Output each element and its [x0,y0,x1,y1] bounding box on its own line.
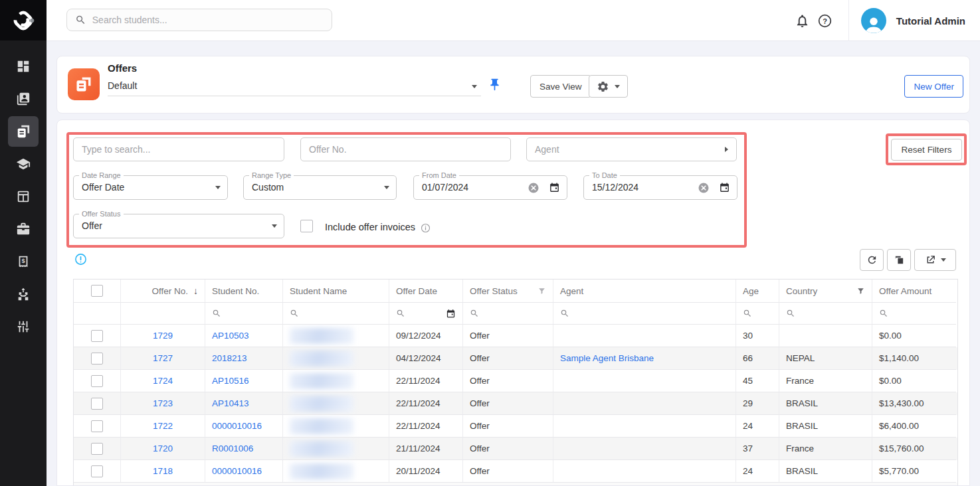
filter-cell-student-no[interactable] [205,303,283,325]
sidebar-item-offers[interactable] [8,116,39,147]
country-cell: BRASIL [779,415,872,438]
student-no-link[interactable]: AP10413 [212,398,249,408]
column-header-country[interactable]: Country [779,280,872,303]
row-checkbox[interactable] [91,398,103,410]
app-logo[interactable] [0,0,47,40]
column-header-offer-amount[interactable]: Offer Amount [872,280,956,303]
offer-no-link[interactable]: 1724 [153,376,173,386]
filter-cell-offer-no[interactable] [121,303,205,325]
filter-cell-age[interactable] [736,303,779,325]
briefcase-icon [16,222,31,236]
row-checkbox[interactable] [91,375,103,387]
column-chooser-button[interactable] [887,249,911,271]
offer-no-link[interactable]: 1727 [153,353,173,363]
offer-no-link[interactable]: 1723 [153,398,173,408]
column-label: Age [743,286,759,296]
sidebar-item-students[interactable] [8,84,39,114]
offer-amount-cell: $6,400.00 [872,415,956,438]
row-checkbox[interactable] [91,353,103,364]
reset-filters-button[interactable]: Reset Filters [891,139,962,161]
student-no-link[interactable]: AP10503 [212,331,249,341]
to-date-field[interactable]: To Date 15/12/2024 [583,175,737,200]
row-checkbox[interactable] [91,443,103,455]
offer-no-link[interactable]: 1729 [153,331,173,341]
filter-cell-offer-amount[interactable] [872,303,956,325]
sidebar-item-invoices[interactable]: $ [8,246,39,277]
student-no-link[interactable]: 0000010016 [212,466,262,476]
refresh-button[interactable] [860,249,884,271]
offer-no-link[interactable]: 1720 [153,444,173,453]
column-label: Offer Status [470,286,518,296]
info-icon [421,223,431,233]
student-no-link[interactable]: R0001006 [212,444,253,453]
filter-cell-offer-date[interactable] [389,303,463,325]
column-header-offer-no[interactable]: Offer No. ↓ [121,280,205,303]
search-icon [743,309,752,318]
column-header-student-name[interactable]: Student Name [283,280,389,303]
sidebar-item-settings[interactable] [8,311,39,342]
offer-no-input[interactable] [300,137,511,161]
view-settings-button[interactable] [589,75,628,98]
column-header-offer-status[interactable]: Offer Status [463,280,553,303]
clear-icon[interactable] [528,182,539,194]
filter-cell-offer-status[interactable] [463,303,553,325]
student-no-link[interactable]: 2018213 [212,353,247,363]
agent-link[interactable]: Sample Agent Brisbane [560,353,654,363]
filter-funnel-icon[interactable] [538,287,546,295]
offer-no-link[interactable]: 1722 [153,421,173,431]
sidebar-item-courses[interactable] [8,149,39,179]
search-icon [396,309,405,318]
clear-icon[interactable] [698,182,710,194]
country-cell: France [779,438,872,460]
calendar-icon[interactable] [549,182,560,193]
from-date-field[interactable]: From Date 01/07/2024 [413,175,567,200]
global-search[interactable] [66,9,332,31]
date-range-select[interactable]: Date Range Offer Date [73,175,228,200]
country-cell: France [779,370,872,392]
agent-select[interactable]: Agent [526,137,737,161]
search-icon [75,14,86,26]
filter-cell-student-name[interactable] [283,303,389,325]
new-offer-button[interactable]: New Offer [904,75,963,98]
column-header-age[interactable]: Age [736,280,779,303]
search-input[interactable] [92,15,324,25]
sliders-icon [16,319,31,334]
offer-date-cell: 04/12/2024 [389,347,463,370]
grid-info-icon[interactable] [74,253,87,266]
row-checkbox[interactable] [91,330,103,342]
export-button[interactable] [914,249,956,271]
offer-no-link[interactable]: 1718 [153,466,173,476]
avatar[interactable] [861,8,886,33]
student-name-redacted [290,396,353,412]
help-button[interactable]: ? [814,9,836,32]
student-no-link[interactable]: AP10516 [212,376,249,386]
calendar-icon[interactable] [446,309,456,319]
include-offer-invoices-checkbox[interactable] [300,220,313,232]
sidebar-item-agents[interactable] [8,279,39,309]
column-header-student-no[interactable]: Student No. [205,280,283,303]
pin-view-button[interactable] [488,78,502,92]
select-all-checkbox[interactable] [91,285,103,297]
student-no-link[interactable]: 0000010016 [212,421,262,431]
page-title: Offers [108,62,137,74]
offer-status-select[interactable]: Offer Status Offer [73,214,284,238]
chevron-down-icon [384,186,389,189]
keyword-search-input[interactable] [73,137,284,161]
filter-funnel-icon[interactable] [856,287,865,295]
view-selector[interactable]: Default [108,77,481,96]
user-name[interactable]: Tutorial Admin [896,15,965,27]
notifications-button[interactable] [791,9,814,32]
filter-cell-agent[interactable] [553,303,736,325]
sidebar-item-dashboard[interactable] [8,51,39,82]
filter-cell-country[interactable] [779,303,872,325]
sidebar-item-services[interactable] [8,214,39,244]
row-checkbox[interactable] [91,420,103,432]
column-header-agent[interactable]: Agent [553,280,736,303]
sidebar-item-timetable[interactable] [8,181,39,212]
column-header-offer-date[interactable]: Offer Date [389,280,463,303]
range-type-select[interactable]: Range Type Custom [243,175,397,200]
row-checkbox[interactable] [91,465,103,477]
calendar-icon[interactable] [719,182,730,193]
country-cell: NEPAL [779,347,872,370]
save-view-button[interactable]: Save View [530,75,591,98]
